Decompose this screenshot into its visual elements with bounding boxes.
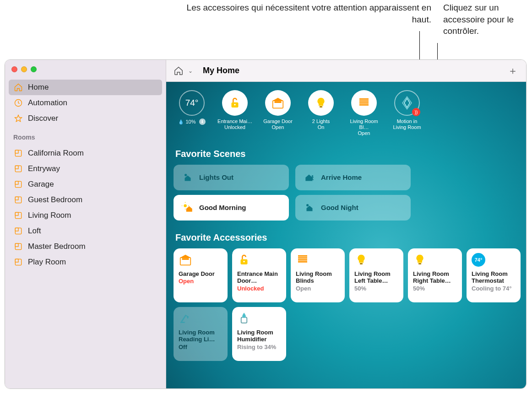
climate-humidity: 10% xyxy=(185,119,195,124)
sidebar-room-item[interactable]: Play Room xyxy=(9,254,162,270)
accessory-name: Entrance Main Door… xyxy=(237,270,281,285)
accessory-tile[interactable]: Living Room Reading Li… Off xyxy=(174,307,228,361)
sidebar-item-label: Play Room xyxy=(28,258,66,267)
accessory-tile[interactable]: Living Room Right Table… 50% xyxy=(408,248,462,302)
sidebar-item-label: Automation xyxy=(28,98,67,108)
add-button[interactable]: ＋ xyxy=(506,62,520,80)
sidebar-item-label: Guest Bedroom xyxy=(28,195,82,204)
scene-tile[interactable]: Arrive Home xyxy=(295,165,411,190)
accessory-tile[interactable]: Living Room Humidifier Rising to 34% xyxy=(232,307,286,361)
sidebar-item-home[interactable]: Home xyxy=(9,80,162,95)
status-tile[interactable]: 2 LightsOn xyxy=(303,90,339,130)
sidebar-item-label: Living Room xyxy=(28,211,71,220)
content-area: 74° 💧 10% ⬇ Entrance Mai…Unlocked Garage… xyxy=(166,82,526,388)
sidebar-item-label: Master Bedroom xyxy=(28,242,86,251)
room-icon xyxy=(13,257,23,267)
accessories-heading: Favorite Accessories xyxy=(175,232,519,243)
house-icon xyxy=(13,82,23,92)
accessory-state: Rising to 34% xyxy=(237,344,281,350)
accessory-name: Living Room Thermostat xyxy=(472,270,516,285)
status-label: 2 LightsOn xyxy=(312,118,330,130)
status-tile[interactable]: Garage DoorOpen xyxy=(260,90,296,130)
accessory-name: Living Room Left Table… xyxy=(354,270,398,285)
accessory-tile[interactable]: Living Room Blinds Open xyxy=(291,248,345,302)
accessory-name: Living Room Blinds xyxy=(296,270,340,285)
room-icon xyxy=(13,210,23,221)
accessory-tile[interactable]: Living Room Left Table… 50% xyxy=(349,248,403,302)
garage-icon xyxy=(179,253,192,267)
scene-label: Good Night xyxy=(321,204,358,211)
room-icon xyxy=(13,242,23,252)
window-controls xyxy=(5,60,166,77)
sidebar-item-label: Home xyxy=(28,83,49,92)
accessory-name: Living Room Reading Li… xyxy=(179,329,223,343)
home-menu-button[interactable] xyxy=(173,65,185,77)
sidebar-item-label: Discover xyxy=(28,114,58,123)
climate-status[interactable]: 74° 💧 10% ⬇ xyxy=(174,90,210,125)
status-tile[interactable]: Living Room Bl…Open xyxy=(346,90,382,137)
accessory-state: Off xyxy=(179,344,223,350)
callout-attention: Les accessoires qui nécessitent votre at… xyxy=(178,2,443,37)
sidebar-nav: Home Automation Discover xyxy=(9,80,162,126)
sidebar-room-item[interactable]: California Room xyxy=(9,145,162,161)
house-person-icon xyxy=(304,172,315,183)
alert-badge: )) xyxy=(412,108,420,116)
bulb-icon xyxy=(413,253,427,267)
sidebar-room-item[interactable]: Master Bedroom xyxy=(9,239,162,254)
sidebar-room-item[interactable]: Entryway xyxy=(9,161,162,177)
chevron-down-icon[interactable]: ⌄ xyxy=(188,68,193,74)
sidebar-item-label: California Room xyxy=(28,149,84,158)
sidebar-room-item[interactable]: Living Room xyxy=(9,208,162,223)
accessory-name: Living Room Humidifier xyxy=(237,329,281,343)
status-row: 74° 💧 10% ⬇ Entrance Mai…Unlocked Garage… xyxy=(174,90,519,137)
accessory-tile[interactable]: Garage Door Open xyxy=(174,248,228,302)
sidebar-section-rooms: Rooms xyxy=(5,126,166,143)
blinds-icon xyxy=(296,253,309,267)
status-tile[interactable]: Entrance Mai…Unlocked xyxy=(217,90,253,130)
accessory-tile[interactable]: 74° Living Room Thermostat Cooling to 74… xyxy=(467,248,521,302)
accessory-tile[interactable]: Entrance Main Door… Unlocked xyxy=(232,248,286,302)
zoom-button[interactable] xyxy=(31,66,37,72)
main-pane: ⌄ My Home ＋ 74° 💧 10% ⬇ xyxy=(166,60,526,388)
lock-open-icon xyxy=(237,253,251,267)
toolbar: ⌄ My Home ＋ xyxy=(166,60,526,82)
callout-control: Cliquez sur un accessoire pour le contrô… xyxy=(443,2,526,37)
humidifier-icon xyxy=(237,312,251,325)
page-title: My Home xyxy=(203,66,239,75)
accessory-name: Living Room Right Table… xyxy=(413,270,457,285)
status-label: Entrance Mai…Unlocked xyxy=(217,118,252,130)
scene-tile[interactable]: Good Morning xyxy=(174,195,289,221)
sidebar-item-label: Loft xyxy=(28,226,41,236)
status-tile[interactable]: )) Motion inLiving Room xyxy=(389,90,425,130)
accessory-state: Open xyxy=(296,285,340,292)
bulb-icon xyxy=(354,253,368,267)
close-button[interactable] xyxy=(11,66,17,72)
sidebar-room-item[interactable]: Loft xyxy=(9,223,162,239)
accessories-grid: Garage Door Open Entrance Main Door… Unl… xyxy=(174,248,519,361)
room-icon xyxy=(13,226,23,236)
scenes-grid: Lights OutArrive HomeGood MorningGood Ni… xyxy=(174,165,519,221)
status-label: Motion inLiving Room xyxy=(393,118,421,130)
lamp-icon xyxy=(179,312,192,325)
sidebar-rooms: California RoomEntrywayGarageGuest Bedro… xyxy=(9,145,162,270)
sidebar-item-label: Garage xyxy=(28,180,54,189)
star-icon xyxy=(13,113,23,124)
sidebar-item-discover[interactable]: Discover xyxy=(9,111,162,126)
sidebar-room-item[interactable]: Guest Bedroom xyxy=(9,192,162,208)
scene-label: Good Morning xyxy=(199,204,246,211)
accessory-state: Unlocked xyxy=(237,285,281,292)
scenes-heading: Favorite Scenes xyxy=(175,149,519,159)
room-icon xyxy=(13,195,23,205)
sidebar-item-automation[interactable]: Automation xyxy=(9,95,162,111)
scene-tile[interactable]: Lights Out xyxy=(174,165,289,190)
minimize-button[interactable] xyxy=(21,66,27,72)
sun-house-icon xyxy=(182,202,194,214)
app-window: Home Automation Discover Rooms Californi… xyxy=(5,59,527,389)
scene-tile[interactable]: Good Night xyxy=(295,195,411,221)
sidebar-item-label: Entryway xyxy=(28,164,60,173)
thermostat-icon: 74° xyxy=(472,253,485,267)
status-label: Garage DoorOpen xyxy=(263,118,293,130)
accessory-state: 50% xyxy=(413,285,457,292)
sidebar-room-item[interactable]: Garage xyxy=(9,177,162,192)
climate-temp: 74° xyxy=(185,98,199,108)
